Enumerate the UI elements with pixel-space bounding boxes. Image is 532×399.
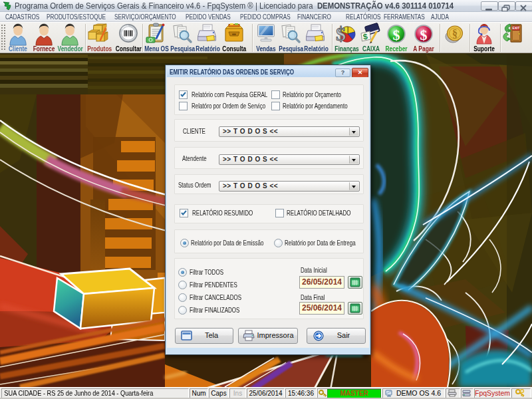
svg-text:$: $	[393, 27, 400, 43]
svg-text:§: §	[452, 28, 458, 39]
svg-text:$: $	[420, 27, 428, 43]
svg-text:$: $	[336, 23, 346, 45]
svg-text:EXIT: EXIT	[512, 26, 519, 30]
